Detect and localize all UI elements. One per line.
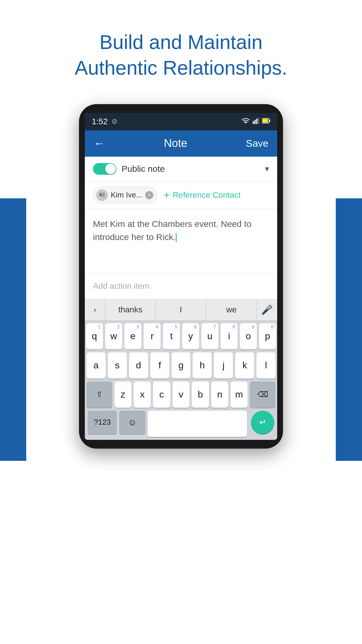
blue-panel-left bbox=[0, 198, 26, 461]
emoji-key[interactable]: ☺ bbox=[119, 411, 145, 434]
reference-row: KI Kim Ive... × + Reference Contact bbox=[85, 181, 277, 209]
key-k[interactable]: k bbox=[235, 352, 254, 379]
key-t[interactable]: 5t bbox=[163, 323, 180, 349]
key-u[interactable]: 7u bbox=[201, 323, 218, 349]
toggle-knob bbox=[105, 164, 116, 174]
header-line2: Authentic Relationships. bbox=[75, 57, 287, 79]
contact-remove-button[interactable]: × bbox=[145, 191, 153, 199]
key-y[interactable]: 6y bbox=[182, 323, 199, 349]
return-key[interactable]: ↵ bbox=[251, 411, 274, 434]
key-r[interactable]: 4r bbox=[144, 323, 161, 349]
key-row-1: 1q 2w 3e 4r 5t 6y 7u 8i 9o 0p bbox=[87, 323, 275, 349]
contact-avatar: KI bbox=[96, 189, 108, 201]
action-item-placeholder: Add action item bbox=[93, 281, 149, 290]
phone-screen: 1:52 ⚙ bbox=[85, 113, 277, 440]
phone-device: 1:52 ⚙ bbox=[79, 104, 283, 449]
backspace-key[interactable]: ⌫ bbox=[250, 382, 275, 408]
action-item-row[interactable]: Add action item bbox=[85, 273, 277, 299]
contact-initials: KI bbox=[99, 192, 105, 198]
note-text-area[interactable]: Met Kim at the Chambers event. Need to i… bbox=[85, 209, 277, 273]
signal-icon bbox=[253, 118, 259, 126]
space-key[interactable] bbox=[148, 411, 247, 437]
wifi-icon bbox=[242, 118, 250, 126]
key-i[interactable]: 8i bbox=[221, 323, 238, 349]
text-cursor bbox=[176, 233, 177, 242]
key-j[interactable]: j bbox=[214, 352, 233, 379]
key-x[interactable]: x bbox=[134, 382, 151, 408]
save-button[interactable]: Save bbox=[246, 138, 269, 149]
app-title: Note bbox=[164, 137, 187, 150]
content-area: Public note ▾ KI Kim Ive... × + bbox=[85, 157, 277, 440]
public-note-label: Public note bbox=[122, 164, 165, 174]
key-l[interactable]: l bbox=[256, 352, 275, 379]
svg-rect-1 bbox=[254, 120, 256, 124]
status-bar: 1:52 ⚙ bbox=[85, 113, 277, 130]
key-w[interactable]: 2w bbox=[105, 323, 122, 349]
key-a[interactable]: a bbox=[87, 352, 106, 379]
contact-name: Kim Ive... bbox=[111, 190, 142, 200]
suggestion-we[interactable]: we bbox=[206, 299, 257, 321]
settings-icon: ⚙ bbox=[111, 118, 118, 126]
shift-key[interactable]: ⇧ bbox=[87, 382, 112, 408]
key-o[interactable]: 9o bbox=[240, 323, 257, 349]
add-reference-label: Reference Contact bbox=[173, 190, 240, 200]
mic-icon[interactable]: 🎤 bbox=[257, 299, 277, 321]
app-bar: ← Note Save bbox=[85, 130, 277, 157]
note-content: Met Kim at the Chambers event. Need to i… bbox=[93, 219, 252, 242]
back-button[interactable]: ← bbox=[94, 137, 105, 150]
keyboard-suggestions: › thanks I we 🎤 bbox=[85, 299, 277, 321]
key-d[interactable]: d bbox=[129, 352, 148, 379]
key-z[interactable]: z bbox=[115, 382, 131, 408]
add-icon: + bbox=[164, 189, 170, 201]
key-e[interactable]: 3e bbox=[124, 323, 141, 349]
header-title: Build and Maintain Authentic Relationshi… bbox=[0, 0, 362, 104]
header-line1: Build and Maintain bbox=[99, 31, 262, 53]
key-row-3: ⇧ z x c v b n m ⌫ bbox=[87, 382, 275, 408]
key-g[interactable]: g bbox=[172, 352, 191, 379]
suggestion-i[interactable]: I bbox=[156, 299, 206, 321]
key-v[interactable]: v bbox=[173, 382, 189, 408]
key-f[interactable]: f bbox=[150, 352, 169, 379]
keyboard-expand-button[interactable]: › bbox=[85, 299, 105, 321]
svg-rect-2 bbox=[256, 119, 257, 124]
keyboard-bottom-row: ?123 ☺ ↵ bbox=[85, 411, 277, 440]
add-reference-button[interactable]: + Reference Contact bbox=[164, 189, 241, 201]
chevron-down-icon[interactable]: ▾ bbox=[265, 164, 269, 174]
contact-chip[interactable]: KI Kim Ive... × bbox=[93, 187, 158, 204]
key-q[interactable]: 1q bbox=[86, 323, 103, 349]
keyboard: › thanks I we 🎤 1q 2w 3e 4r bbox=[85, 299, 277, 440]
key-m[interactable]: m bbox=[231, 382, 247, 408]
page-background: Build and Maintain Authentic Relationshi… bbox=[0, 0, 362, 644]
note-text: Met Kim at the Chambers event. Need to i… bbox=[93, 219, 252, 242]
public-note-row[interactable]: Public note ▾ bbox=[85, 157, 277, 181]
key-s[interactable]: s bbox=[108, 352, 127, 379]
public-note-toggle[interactable] bbox=[93, 163, 116, 175]
svg-rect-0 bbox=[253, 121, 254, 124]
key-row-2: a s d f g h j k l bbox=[87, 352, 275, 379]
keyboard-rows: 1q 2w 3e 4r 5t 6y 7u 8i 9o 0p bbox=[85, 321, 277, 408]
suggestion-thanks[interactable]: thanks bbox=[105, 299, 156, 321]
key-h[interactable]: h bbox=[193, 352, 212, 379]
key-n[interactable]: n bbox=[211, 382, 228, 408]
key-b[interactable]: b bbox=[192, 382, 209, 408]
svg-rect-3 bbox=[258, 118, 259, 124]
key-p[interactable]: 0p bbox=[259, 323, 276, 349]
public-note-left: Public note bbox=[93, 163, 165, 175]
status-time: 1:52 bbox=[92, 117, 108, 126]
blue-panel-right bbox=[336, 198, 362, 461]
svg-rect-5 bbox=[269, 120, 270, 122]
svg-text:⚡: ⚡ bbox=[263, 119, 267, 123]
battery-icon: ⚡ bbox=[262, 118, 270, 126]
status-icons: ⚡ bbox=[242, 118, 270, 126]
num-symbol-key[interactable]: ?123 bbox=[88, 411, 117, 434]
key-c[interactable]: c bbox=[153, 382, 170, 408]
